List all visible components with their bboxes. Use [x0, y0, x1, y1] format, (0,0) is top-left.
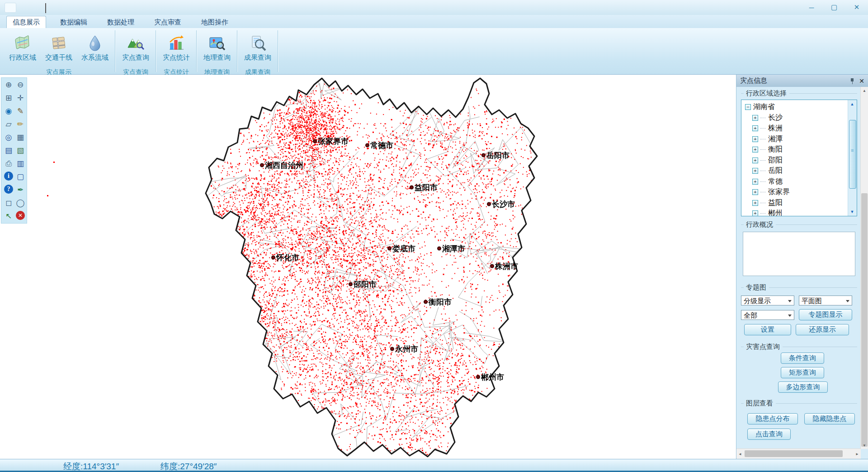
city-name: 娄底市: [392, 243, 415, 254]
hide-hazard-button[interactable]: 隐藏隐患点: [804, 413, 855, 424]
select-rectangle-icon[interactable]: ◻: [4, 198, 14, 208]
tree-scroll-down-icon[interactable]: ▼: [849, 208, 856, 215]
expand-icon[interactable]: +: [752, 115, 758, 121]
tab-信息展示[interactable]: 信息展示: [6, 16, 46, 28]
sketch-icon[interactable]: ✒: [15, 185, 26, 195]
tree-item-label: 湖南省: [753, 102, 775, 112]
zoom-window-icon[interactable]: ⊞: [4, 93, 14, 103]
full-extent-icon[interactable]: ◉: [4, 106, 14, 116]
tree-item-常德[interactable]: +常德: [745, 176, 857, 187]
rectangle-query-button[interactable]: 矩形查询: [781, 367, 824, 378]
delete-icon[interactable]: ✕: [16, 211, 25, 220]
交通干线-button[interactable]: 交通干线: [41, 28, 77, 68]
zoom-in-icon[interactable]: ⊕: [4, 80, 14, 90]
minimize-button[interactable]: ─: [805, 3, 818, 12]
city-label-邵阳市: 邵阳市: [349, 279, 377, 290]
scroll-right-icon[interactable]: ►: [854, 450, 861, 458]
quick-access-button[interactable]: [5, 3, 16, 13]
city-name: 长沙市: [492, 199, 515, 210]
tree-item-益阳[interactable]: +益阳: [745, 198, 857, 209]
condition-query-button[interactable]: 条件查询: [781, 353, 824, 364]
city-name: 怀化市: [276, 253, 299, 263]
map-canvas[interactable]: [0, 75, 736, 459]
zoom-out-icon[interactable]: ⊖: [15, 80, 26, 90]
expand-icon[interactable]: +: [752, 189, 758, 195]
tree-scroll-thumb[interactable]: [849, 120, 856, 189]
city-label-株洲市: 株洲市: [490, 261, 518, 272]
scroll-up-icon[interactable]: ▲: [861, 87, 868, 94]
成果查询-button[interactable]: 成果查询: [240, 28, 276, 68]
地理查询-button[interactable]: 地理查询: [199, 28, 235, 68]
city-name: 岳阳市: [486, 150, 509, 161]
print-preview-icon[interactable]: ▥: [15, 158, 26, 169]
thematic-show-button[interactable]: 专题图显示: [799, 309, 852, 320]
tab-灾点审查[interactable]: 灾点审查: [148, 16, 187, 28]
restore-display-button[interactable]: 还原显示: [796, 324, 849, 335]
grading-display-select[interactable]: 分级显示: [741, 296, 794, 305]
panel-vscroll-thumb[interactable]: [861, 193, 868, 447]
print-icon[interactable]: ⎙: [4, 158, 14, 169]
panel-close-icon[interactable]: ✕: [859, 77, 864, 85]
tree-item-张家界[interactable]: +张家界: [745, 187, 857, 198]
expand-icon[interactable]: +: [752, 210, 758, 216]
expand-icon[interactable]: +: [752, 125, 758, 131]
tree-item-株洲[interactable]: +株洲: [745, 123, 857, 134]
tree-item-郴州[interactable]: +郴州: [745, 208, 857, 216]
scroll-down-icon[interactable]: ▼: [861, 442, 868, 449]
group-separator: [278, 30, 278, 72]
disaster-query-icon: [127, 34, 145, 52]
灾点统计-button[interactable]: 灾点统计: [158, 28, 194, 68]
settings-button[interactable]: 设置: [744, 324, 791, 335]
expand-icon[interactable]: +: [752, 200, 758, 206]
水系流域-button[interactable]: 水系流域: [77, 28, 113, 68]
measure-icon[interactable]: ✎: [15, 106, 26, 116]
panel-hscroll-thumb[interactable]: [745, 450, 843, 457]
tree-item-岳阳[interactable]: +岳阳: [745, 166, 857, 176]
help-icon[interactable]: ?: [4, 185, 13, 194]
tab-地图操作[interactable]: 地图操作: [195, 16, 234, 28]
panel-vertical-scrollbar[interactable]: ▲ ▼: [860, 87, 868, 449]
hazard-distribution-button[interactable]: 隐患点分布: [747, 413, 798, 424]
overview-caption: 行政概况: [741, 220, 857, 229]
attribute-table-icon[interactable]: ▦: [15, 132, 26, 143]
export-image-icon[interactable]: ▧: [15, 145, 26, 156]
tree-scrollbar[interactable]: ▲ ▼: [848, 100, 857, 216]
expand-icon[interactable]: +: [752, 168, 758, 174]
tab-数据处理[interactable]: 数据处理: [101, 16, 140, 28]
panel-horizontal-scrollbar[interactable]: ◄ ►: [736, 448, 861, 459]
legend-icon[interactable]: ▤: [4, 145, 14, 156]
tree-item-长沙[interactable]: +长沙: [745, 113, 857, 124]
pin-icon[interactable]: [849, 78, 855, 84]
clear-graphics-icon[interactable]: ▱: [4, 119, 14, 129]
restore-button[interactable]: ▢: [827, 3, 841, 12]
tree-item-邵阳[interactable]: +邵阳: [745, 155, 857, 166]
city-label-湘西自治州: 湘西自治州: [260, 160, 303, 171]
overview-window-icon[interactable]: ▢: [15, 172, 26, 182]
click-query-button[interactable]: 点击查询: [747, 429, 791, 440]
expand-icon[interactable]: +: [752, 136, 758, 142]
collapse-icon[interactable]: −: [745, 104, 751, 110]
tree-item-衡阳[interactable]: +衡阳: [745, 144, 857, 155]
scroll-left-icon[interactable]: ◄: [736, 450, 744, 458]
行政区域-button[interactable]: 行政区域: [5, 28, 41, 68]
identify-icon[interactable]: i: [4, 172, 13, 181]
plane-map-select[interactable]: 平面图: [799, 296, 852, 305]
refresh-icon[interactable]: ◎: [4, 132, 14, 143]
select-ellipse-icon[interactable]: ◯: [15, 198, 26, 208]
tree-item-湖南省[interactable]: −湖南省: [745, 102, 857, 113]
brush-icon[interactable]: ✏: [15, 119, 26, 129]
all-select[interactable]: 全部: [741, 310, 794, 320]
expand-icon[interactable]: +: [752, 179, 758, 185]
tree-item-湘潭[interactable]: +湘潭: [745, 134, 857, 145]
tree-scroll-up-icon[interactable]: ▲: [849, 100, 856, 108]
select-arrow-icon[interactable]: ↖: [4, 211, 14, 221]
expand-icon[interactable]: +: [752, 147, 758, 153]
map-view[interactable]: ⊕⊖⊞✛◉✎▱✏◎▦▤▧⎙▥i▢?✒◻◯↖✕ 张家界市常德市岳阳市湘西自治州益阳…: [0, 75, 736, 459]
灾点查询-button[interactable]: 灾点查询: [118, 28, 154, 68]
expand-icon[interactable]: +: [752, 157, 758, 163]
pan-icon[interactable]: ✛: [15, 93, 26, 103]
polygon-query-button[interactable]: 多边形查询: [778, 381, 828, 393]
close-button[interactable]: ✕: [850, 3, 863, 12]
tab-数据编辑[interactable]: 数据编辑: [54, 16, 93, 28]
overview-textarea[interactable]: [743, 232, 855, 276]
